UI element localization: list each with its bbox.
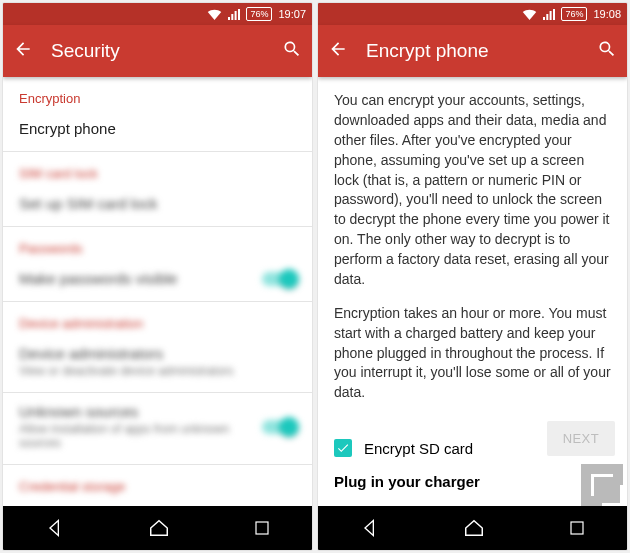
wifi-icon: [522, 9, 537, 20]
battery-level: 76%: [561, 7, 587, 21]
next-button[interactable]: NEXT: [547, 421, 615, 456]
page-title: Security: [51, 40, 264, 62]
search-icon[interactable]: [597, 39, 617, 64]
settings-list: Encryption Encrypt phone SIM card lock S…: [3, 77, 312, 506]
item-encrypt-phone[interactable]: Encrypt phone: [3, 110, 312, 151]
section-encryption: Encryption: [3, 77, 312, 110]
item-label: Set up SIM card lock: [19, 195, 296, 212]
nav-home-icon[interactable]: [148, 517, 170, 539]
search-icon[interactable]: [282, 39, 302, 64]
toggle-switch[interactable]: [262, 272, 296, 286]
svg-rect-1: [571, 522, 583, 534]
status-bar: 76% 19:07: [3, 3, 312, 25]
status-bar: 76% 19:08: [318, 3, 627, 25]
phone-right: 76% 19:08 Encrypt phone You can encrypt …: [318, 3, 627, 550]
phone-left: 76% 19:07 Security Encryption Encrypt ph…: [3, 3, 312, 550]
wifi-icon: [207, 9, 222, 20]
nav-home-icon[interactable]: [463, 517, 485, 539]
nav-bar: [318, 506, 627, 550]
clock: 19:07: [278, 8, 306, 20]
item-label: Encrypt phone: [19, 120, 296, 137]
checkbox-icon: [334, 439, 352, 457]
item-sim-lock[interactable]: Set up SIM card lock: [3, 185, 312, 226]
page-title: Encrypt phone: [366, 40, 579, 62]
description: You can encrypt your accounts, settings,…: [318, 77, 627, 431]
toggle-switch[interactable]: [262, 420, 296, 434]
nav-bar: [3, 506, 312, 550]
clock: 19:08: [593, 8, 621, 20]
nav-recent-icon[interactable]: [253, 519, 271, 537]
item-label: Make passwords visible: [19, 270, 262, 287]
encrypt-body: You can encrypt your accounts, settings,…: [318, 77, 627, 506]
section-passwords: Passwords: [3, 227, 312, 260]
svg-rect-0: [256, 522, 268, 534]
item-unknown-sources[interactable]: Unknown sources Allow installation of ap…: [3, 393, 312, 464]
battery-level: 76%: [246, 7, 272, 21]
back-icon[interactable]: [328, 39, 348, 64]
nav-recent-icon[interactable]: [568, 519, 586, 537]
item-label: Unknown sources Allow installation of ap…: [19, 403, 262, 450]
item-device-admins[interactable]: Device administrators View or deactivate…: [3, 335, 312, 392]
section-sim: SIM card lock: [3, 152, 312, 185]
paragraph-1: You can encrypt your accounts, settings,…: [334, 91, 611, 290]
signal-icon: [543, 9, 555, 20]
section-device-admin: Device administration: [3, 302, 312, 335]
signal-icon: [228, 9, 240, 20]
item-label: Device administrators View or deactivate…: [19, 345, 296, 378]
back-icon[interactable]: [13, 39, 33, 64]
nav-back-icon[interactable]: [360, 518, 380, 538]
section-credential: Credential storage: [3, 465, 312, 498]
item-passwords-visible[interactable]: Make passwords visible: [3, 260, 312, 301]
watermark-icon: [581, 464, 623, 506]
nav-back-icon[interactable]: [45, 518, 65, 538]
app-bar: Security: [3, 25, 312, 77]
checkbox-label: Encrypt SD card: [364, 440, 473, 457]
app-bar: Encrypt phone: [318, 25, 627, 77]
paragraph-2: Encryption takes an hour or more. You mu…: [334, 304, 611, 403]
